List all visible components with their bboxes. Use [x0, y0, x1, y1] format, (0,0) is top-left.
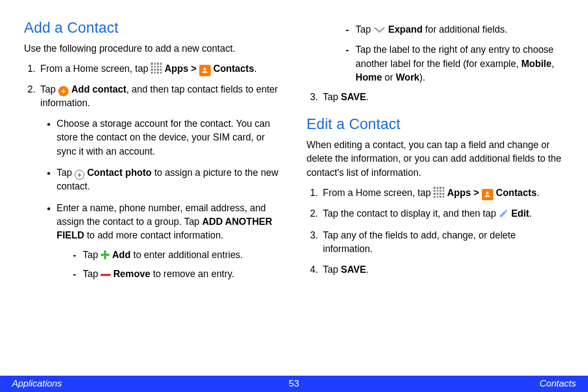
apps-label: Apps	[164, 63, 188, 74]
step3-suffix: .	[366, 91, 369, 102]
label-suffix: ).	[419, 72, 425, 83]
edit-label: Edit	[511, 208, 529, 219]
pencil-icon	[499, 209, 509, 222]
add-circle-icon	[58, 86, 69, 96]
e-step-1: From a Home screen, tap Apps > Contacts.	[321, 186, 564, 200]
contact-photo-label: Contact photo	[87, 167, 152, 178]
step2-bullets: Choose a storage account for the contact…	[40, 117, 281, 281]
dash-expand: Tap Expand for additional fields.	[346, 23, 564, 38]
sep2: or	[382, 72, 396, 83]
left-column: Add a Contact Use the following procedur…	[24, 20, 281, 289]
apps-icon	[433, 187, 444, 198]
add-label: Add	[112, 249, 131, 260]
step-3: Tap SAVE.	[321, 90, 564, 104]
e1-prefix: From a Home screen, tap	[323, 187, 433, 198]
e-step-4: Tap SAVE.	[321, 263, 564, 277]
step-1: From a Home screen, tap Apps > Contacts.	[38, 62, 281, 76]
step2-prefix: Tap	[40, 84, 58, 95]
bullet-photo: Tap Contact photo to assign a picture to…	[57, 166, 281, 194]
dash-remove-prefix: Tap	[83, 268, 101, 279]
gt: >	[474, 187, 482, 198]
expand-prefix: Tap	[356, 24, 373, 35]
e4-suffix: .	[366, 264, 369, 275]
bullet-enter: Enter a name, phone number, email addres…	[57, 201, 281, 281]
contacts-icon	[199, 65, 211, 76]
bullet-storage: Choose a storage account for the contact…	[57, 117, 281, 158]
home-label: Home	[356, 72, 382, 83]
enter-dashes: Tap Add to enter additional entries. Tap…	[57, 248, 281, 281]
footer-left: Applications	[12, 378, 62, 389]
content-columns: Add a Contact Use the following procedur…	[0, 0, 588, 289]
edit-contact-steps: From a Home screen, tap Apps > Contacts.…	[307, 186, 564, 277]
remove-label: Remove	[113, 268, 150, 279]
add-contact-step3: Tap SAVE.	[307, 90, 564, 104]
edit-contact-heading: Edit a Contact	[307, 116, 564, 133]
contacts-icon	[482, 189, 493, 200]
dash-add: Tap Add to enter additional entries.	[73, 248, 281, 262]
save-label: SAVE	[341, 91, 366, 102]
footer-page-number: 53	[289, 378, 299, 389]
dash-add-suffix: to enter additional entries.	[131, 249, 243, 260]
footer-right: Contacts	[540, 378, 576, 389]
step3-prefix: Tap	[323, 91, 341, 102]
enter-suffix: to add more contact information.	[84, 230, 224, 241]
gt: >	[191, 63, 199, 74]
dash-remove: Tap Remove to remove an entry.	[73, 267, 281, 281]
step1-suffix: .	[254, 63, 257, 74]
green-plus-icon	[101, 250, 109, 259]
chevron-down-icon	[373, 24, 385, 38]
photo-prefix: Tap	[57, 167, 75, 178]
dash-add-prefix: Tap	[83, 249, 101, 260]
contacts-label: Contacts	[213, 63, 254, 74]
e1-suffix: .	[537, 187, 540, 198]
dash-remove-suffix: to remove an entry.	[150, 268, 234, 279]
e-step-3: Tap any of the fields to add, change, or…	[321, 229, 564, 256]
e4-prefix: Tap	[323, 264, 341, 275]
mobile-label: Mobile	[521, 58, 551, 69]
step-2: Tap Add contact, and then tap contact fi…	[38, 83, 281, 281]
work-label: Work	[396, 72, 419, 83]
continued-dashes: Tap Expand for additional fields. Tap th…	[307, 23, 564, 85]
add-contact-heading: Add a Contact	[24, 20, 281, 36]
save-label-2: SAVE	[341, 264, 366, 275]
e-step-2: Tap the contact to display it, and then …	[321, 207, 564, 222]
expand-suffix: for additional fields.	[422, 24, 507, 35]
plus-outline-icon	[75, 170, 84, 180]
apps-label: Apps	[447, 187, 471, 198]
add-contact-label: Add contact	[71, 84, 126, 95]
right-column: Tap Expand for additional fields. Tap th…	[307, 20, 564, 289]
step1-prefix: From a Home screen, tap	[40, 63, 151, 74]
expand-label: Expand	[388, 24, 422, 35]
apps-icon	[151, 63, 162, 74]
e2-prefix: Tap the contact to display it, and then …	[323, 208, 499, 219]
add-contact-intro: Use the following procedure to add a new…	[24, 42, 281, 56]
contacts-label: Contacts	[496, 187, 537, 198]
e2-suffix: .	[529, 208, 532, 219]
page: Add a Contact Use the following procedur…	[0, 0, 588, 392]
edit-contact-intro: When editing a contact, you can tap a fi…	[307, 138, 564, 180]
dash-label: Tap the label to the right of any entry …	[346, 43, 564, 84]
add-contact-steps: From a Home screen, tap Apps > Contacts.…	[24, 62, 281, 281]
footer-bar: Applications 53 Contacts	[0, 376, 588, 392]
red-minus-icon	[101, 274, 111, 276]
sep1: ,	[552, 58, 554, 69]
